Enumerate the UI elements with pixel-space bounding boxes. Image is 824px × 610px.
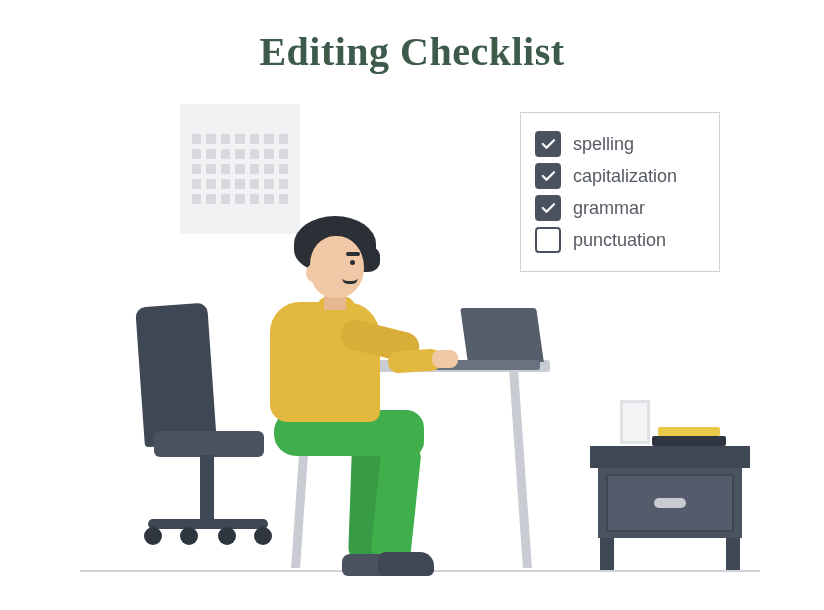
- page-title: Editing Checklist: [0, 28, 824, 75]
- person-illustration: [200, 210, 440, 570]
- picture-frame-icon: [620, 400, 650, 444]
- illustration-scene: [70, 90, 770, 590]
- side-table: [590, 420, 750, 570]
- books-icon: [652, 428, 726, 446]
